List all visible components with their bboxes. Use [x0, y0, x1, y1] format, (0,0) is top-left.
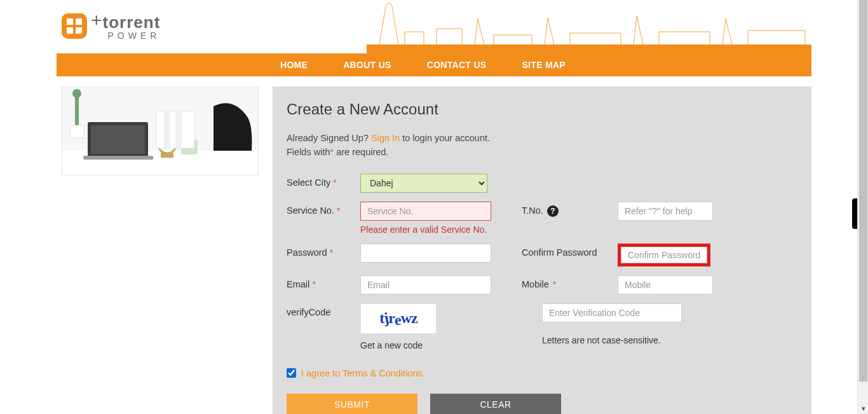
scrollbar[interactable]: ▾	[857, 0, 868, 414]
scrollbar-down-icon[interactable]: ▾	[858, 403, 868, 414]
confirm-highlight	[618, 244, 710, 266]
brand-name: torrent	[103, 13, 161, 32]
label-confirm: Confirm Password	[522, 247, 597, 258]
scrollbar-thumb[interactable]	[859, 0, 867, 382]
label-mobile: Mobile	[522, 279, 549, 289]
svg-rect-4	[367, 45, 811, 53]
captcha-image: tjrewz	[360, 303, 437, 334]
svg-rect-11	[161, 153, 173, 158]
svg-rect-17	[164, 111, 170, 148]
label-verify: verifyCode	[287, 307, 330, 317]
serviceno-error: Please enter a valid Service No.	[360, 224, 506, 235]
tno-input[interactable]	[618, 202, 713, 221]
nav-sitemap[interactable]: SITE MAP	[522, 60, 566, 70]
confirm-password-input[interactable]	[621, 247, 707, 263]
help-icon[interactable]: ?	[547, 205, 559, 217]
sidebar-image	[62, 86, 259, 176]
city-select[interactable]: Dahej	[360, 174, 487, 193]
header: +torrent POWER	[57, 0, 811, 53]
terms-checkbox[interactable]	[287, 368, 296, 378]
label-tno: T.No.	[522, 205, 543, 216]
label-serviceno: Service No.	[287, 205, 334, 216]
nav-contact[interactable]: CONTACT US	[427, 60, 487, 70]
logo[interactable]: +torrent POWER	[62, 11, 160, 41]
svg-rect-0	[67, 18, 73, 25]
svg-rect-8	[91, 125, 145, 154]
svg-rect-13	[75, 95, 79, 127]
main-nav: HOME ABOUT US CONTACT US SITE MAP	[57, 53, 811, 76]
side-feedback-tab[interactable]	[852, 198, 857, 229]
logo-icon	[62, 13, 87, 39]
nav-home[interactable]: HOME	[280, 60, 308, 70]
svg-rect-9	[83, 156, 153, 160]
clear-button[interactable]: CLEAR	[430, 394, 561, 414]
main-panel: Create a New Account Already Signed Up? …	[273, 86, 811, 414]
intro-text: Already Signed Up? Sign In to login your…	[287, 131, 797, 160]
label-email: Email	[287, 279, 309, 289]
signin-link[interactable]: Sign In	[371, 133, 400, 143]
skyline-illustration	[367, 0, 811, 53]
label-city: Select City	[287, 177, 330, 188]
svg-rect-1	[76, 18, 82, 25]
svg-rect-18	[175, 111, 182, 148]
svg-rect-2	[67, 27, 73, 34]
brand-sub: POWER	[91, 31, 160, 41]
terms-link[interactable]: I agree to Terms & Conditions.	[301, 368, 425, 378]
svg-rect-3	[76, 27, 82, 34]
mobile-input[interactable]	[618, 275, 713, 294]
email-input[interactable]	[360, 275, 491, 294]
serviceno-input[interactable]	[360, 202, 491, 221]
svg-point-14	[72, 89, 81, 98]
svg-rect-15	[70, 125, 84, 138]
page-title: Create a New Account	[287, 100, 797, 118]
label-password: Password	[287, 247, 327, 258]
logo-text: +torrent POWER	[91, 11, 160, 41]
captcha-note: Letters are not case-sensitive.	[542, 335, 682, 345]
new-code-link[interactable]: Get a new code	[360, 340, 423, 350]
nav-about[interactable]: ABOUT US	[343, 60, 391, 70]
submit-button[interactable]: SUBMIT	[287, 394, 417, 414]
verification-input[interactable]	[542, 303, 682, 322]
password-input[interactable]	[360, 244, 491, 263]
